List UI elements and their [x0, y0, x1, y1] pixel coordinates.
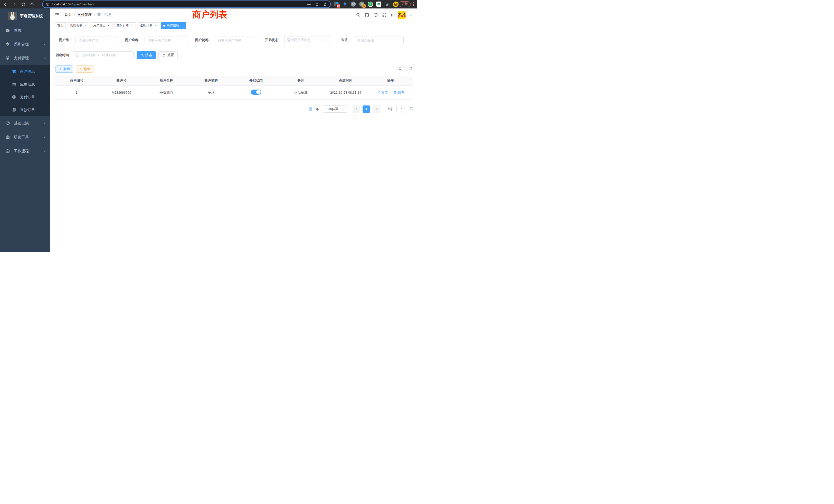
short-name-input[interactable] [215, 36, 255, 44]
fullscreen-icon[interactable] [382, 13, 387, 18]
github-icon[interactable] [365, 13, 370, 18]
col-status: 开启状态 [234, 76, 279, 86]
sidebar-item-infra[interactable]: 基础设施 [0, 116, 50, 130]
close-icon[interactable]: × [154, 24, 157, 27]
extension-y-icon[interactable]: Y [368, 1, 373, 7]
extension-command-icon[interactable] [351, 1, 356, 7]
font-size-icon[interactable]: tT [391, 13, 394, 17]
delete-link[interactable]: 删除 [393, 90, 404, 95]
filter-label-short-name: 商户简称 [195, 38, 208, 42]
merchant-table: 商户编号 商户号 商户全称 商户简称 开启状态 备注 创建时间 操作 1 M23… [54, 76, 413, 99]
date-range-input[interactable]: 开始日期 - 结束日期 [73, 51, 133, 59]
avatar-caret-icon[interactable]: ▾ [410, 14, 411, 17]
tags-view-bar: 首页 流程表单× 用户分组× 支付订单× 退款订单× 商户信息× [50, 21, 417, 30]
calendar-icon [76, 53, 79, 57]
address-bar[interactable]: localhost:1024/pay/merchant [43, 1, 330, 7]
extension-badge: 10 [337, 4, 340, 8]
col-full-name: 商户全称 [144, 76, 189, 86]
help-icon[interactable] [373, 13, 378, 18]
status-toggle[interactable] [251, 90, 261, 95]
extension-proxy-icon[interactable]: 1 [359, 1, 365, 7]
breadcrumb-payment[interactable]: 支付管理 [77, 13, 92, 17]
page-1-button[interactable]: 1 [363, 106, 370, 113]
prev-page-button[interactable] [353, 106, 360, 113]
sidebar-item-refund-order[interactable]: 退款订单 [0, 104, 50, 116]
browser-back-icon[interactable] [3, 2, 8, 7]
password-key-icon[interactable] [307, 2, 311, 6]
sidebar-item-app-info[interactable]: 应用信息 [0, 78, 50, 91]
next-page-button[interactable] [373, 106, 380, 113]
sidebar-item-home[interactable]: 首页 [0, 23, 50, 37]
browser-reload-icon[interactable] [21, 2, 26, 7]
search-icon [140, 54, 144, 57]
profile-emoji-icon[interactable] [393, 1, 398, 7]
browser-forward-icon[interactable] [12, 2, 17, 7]
avatar[interactable] [398, 11, 406, 19]
page-unit: 页 [410, 107, 413, 111]
site-info-icon[interactable] [46, 2, 49, 6]
browser-home-icon[interactable] [29, 2, 35, 7]
tab-process-form[interactable]: 流程表单× [68, 22, 89, 29]
filter-label-status: 开启状态 [265, 38, 278, 42]
search-icon[interactable] [356, 13, 361, 18]
cell-create-time: 2021-10-23 08:31:14 [323, 86, 368, 99]
sidebar-item-payment[interactable]: ¥ 支付管理 [0, 51, 50, 65]
reset-button[interactable]: 重置 [158, 51, 178, 59]
goto-page-input[interactable] [396, 106, 407, 112]
chevron-down-icon [43, 136, 46, 139]
breadcrumb-home[interactable]: 首页 [64, 13, 72, 17]
dashboard-icon [5, 28, 10, 33]
chevron-down-icon [43, 122, 46, 125]
col-merchant-no: 商户号 [99, 76, 144, 86]
tab-pay-order[interactable]: 支付订单× [114, 22, 136, 29]
extensions-row: 10 1 Y [333, 1, 398, 7]
sidebar-item-workflow[interactable]: 工作流程 [0, 144, 50, 158]
remark-input[interactable] [354, 36, 404, 44]
extension-tabs-icon[interactable]: 10 [333, 1, 339, 7]
col-short-name: 商户简称 [189, 76, 234, 86]
breadcrumb: 首页 / 支付管理 / 商户信息 [64, 13, 112, 17]
tab-merchant-info[interactable]: 商户信息× [161, 22, 186, 29]
tab-user-group[interactable]: 用户分组× [91, 22, 112, 29]
edit-link[interactable]: 修改 [377, 90, 388, 95]
logo-row[interactable]: 芋道管理系统 [0, 8, 50, 23]
close-icon[interactable]: × [130, 24, 133, 27]
sidebar-item-system[interactable]: 系统管理 [0, 37, 50, 51]
extension-chat-icon[interactable] [376, 1, 381, 7]
navbar: 首页 / 支付管理 / 商户信息 tT ▾ [50, 8, 417, 21]
monitor-icon [5, 121, 10, 126]
table-header-row: 商户编号 商户号 商户全称 商户简称 开启状态 备注 创建时间 操作 [54, 76, 413, 86]
refresh-icon [162, 54, 166, 57]
sidebar-item-pay-order[interactable]: 支付订单 [0, 91, 50, 104]
extension-puzzle-icon[interactable] [385, 1, 390, 7]
share-icon[interactable] [315, 2, 319, 6]
sidebar-item-dev-tools[interactable]: 研发工具 [0, 130, 50, 144]
active-dot [163, 25, 166, 27]
tab-home[interactable]: 首页 [55, 22, 66, 29]
tab-refund-order[interactable]: 退款订单× [138, 22, 159, 29]
trash-icon [393, 91, 397, 94]
plus-icon [59, 68, 62, 71]
refresh-table-icon[interactable] [406, 65, 414, 73]
filter-label-create-time: 创建时间 [56, 53, 69, 58]
close-icon[interactable]: × [107, 24, 110, 27]
close-icon[interactable]: × [180, 24, 183, 27]
add-button[interactable]: 新增 [56, 65, 73, 73]
search-button[interactable]: 搜索 [137, 51, 156, 59]
full-name-input[interactable] [145, 36, 188, 44]
filter-label-merchant-no: 商户号 [59, 38, 69, 42]
merchant-no-input[interactable] [75, 36, 118, 44]
close-icon[interactable]: × [84, 24, 87, 27]
toggle-search-icon[interactable] [396, 65, 404, 73]
browser-menu-icon[interactable] [412, 2, 415, 6]
bookmark-star-icon[interactable] [323, 2, 327, 6]
sidebar-collapse-icon[interactable] [55, 12, 60, 18]
browser-update-button[interactable]: 更新 [398, 1, 411, 7]
extension-gem-icon[interactable] [342, 1, 348, 7]
chevron-down-icon [43, 150, 46, 153]
status-select[interactable]: 请选择开启状态 [284, 36, 330, 44]
export-button[interactable]: 导出 [76, 65, 93, 73]
sidebar-item-merchant-info[interactable]: 商户信息 [0, 65, 50, 78]
browser-chrome: localhost:1024/pay/merchant 10 1 Y 更新 [0, 0, 417, 8]
page-size-select[interactable]: 10条/页 [323, 106, 347, 113]
